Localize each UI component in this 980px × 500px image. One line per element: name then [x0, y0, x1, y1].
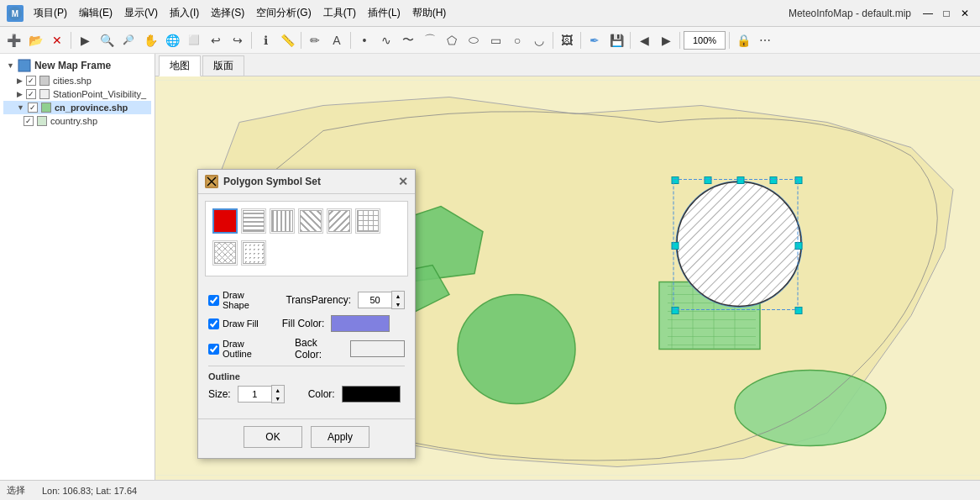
layer-item-province[interactable]: ▼ ✓ cn_province.shp — [3, 101, 151, 114]
size-input[interactable] — [238, 386, 271, 403]
pan-button[interactable]: ✋ — [140, 30, 160, 50]
expand-province: ▼ — [17, 103, 24, 112]
size-up[interactable]: ▲ — [272, 386, 284, 394]
next-page[interactable]: ▶ — [656, 30, 676, 50]
layer-item-country[interactable]: ✓ country.shp — [3, 114, 151, 128]
status-coordinates: Lon: 106.83; Lat: 17.64 — [42, 486, 137, 496]
penta-tool[interactable]: ⬠ — [442, 30, 462, 50]
rect-tool[interactable]: ▭ — [485, 30, 506, 50]
menu-project[interactable]: 项目(P) — [29, 4, 72, 22]
line-tool[interactable]: ∿ — [376, 30, 396, 50]
outline-color-swatch[interactable] — [342, 386, 401, 403]
symbol-crosshatch[interactable] — [212, 240, 238, 266]
back-color-swatch[interactable] — [350, 340, 405, 357]
window-controls: — □ ✕ — [920, 5, 973, 22]
more-button[interactable]: ⋯ — [755, 30, 775, 50]
back-color-label: Back Color: — [295, 337, 343, 361]
maximize-button[interactable]: □ — [938, 5, 955, 22]
transparency-input[interactable] — [358, 292, 391, 308]
curve-tool[interactable]: ◡ — [529, 30, 549, 50]
expand-icon: ▼ — [7, 61, 14, 70]
draw-outline-checkbox-label[interactable]: Draw Outline — [208, 339, 271, 359]
label-button[interactable]: A — [327, 30, 347, 50]
layer-item-cities[interactable]: ▶ ✓ cities.shp — [3, 74, 151, 87]
symbol-vlines[interactable] — [270, 208, 295, 234]
close-file-button[interactable]: ✕ — [47, 30, 67, 50]
tab-layout[interactable]: 版面 — [202, 55, 244, 76]
draw-fill-checkbox-label[interactable]: Draw Fill — [208, 318, 259, 329]
point-tool[interactable]: • — [354, 30, 375, 50]
svg-rect-15 — [672, 177, 679, 184]
fill-color-label: Fill Color: — [282, 318, 325, 329]
draw-outline-checkbox[interactable] — [208, 344, 219, 355]
menu-spatial[interactable]: 空间分析(G) — [251, 4, 316, 22]
checkbox-cities[interactable]: ✓ — [26, 76, 36, 86]
layer-icon-country — [37, 116, 47, 126]
transparency-down[interactable]: ▼ — [392, 300, 404, 308]
main-area: ▼ New Map Frame ▶ ✓ cities.shp ▶ ✓ Stati… — [0, 54, 980, 480]
prev-page[interactable]: ◀ — [634, 30, 654, 50]
draw-shape-checkbox[interactable] — [208, 295, 219, 306]
symbol-dots[interactable] — [241, 240, 266, 266]
svg-point-9 — [735, 371, 886, 446]
open-button[interactable]: 📂 — [25, 30, 45, 50]
draw-fill-checkbox[interactable] — [208, 318, 219, 329]
menu-view[interactable]: 显示(V) — [119, 4, 163, 22]
layer-item-station[interactable]: ▶ ✓ StationPoint_Visibility_ — [3, 87, 151, 101]
measure-button[interactable]: 📏 — [277, 30, 297, 50]
transparency-up[interactable]: ▲ — [392, 292, 404, 300]
symbol-grid[interactable] — [355, 208, 380, 234]
size-arrows: ▲ ▼ — [271, 385, 285, 403]
dialog-title-text: Polygon Symbol Set — [223, 176, 321, 187]
draw-button[interactable]: ✏ — [305, 30, 325, 50]
checkbox-province[interactable]: ✓ — [28, 103, 38, 113]
dialog-close-button[interactable]: ✕ — [398, 175, 408, 188]
expand-cities: ▶ — [17, 76, 23, 85]
menu-tools[interactable]: 工具(T) — [318, 4, 361, 22]
map-canvas[interactable]: Polygon Symbol Set ✕ — [155, 76, 980, 479]
checkbox-station[interactable]: ✓ — [26, 89, 36, 99]
status-mode: 选择 — [7, 484, 25, 497]
ellipse-tool[interactable]: ⬭ — [464, 30, 484, 50]
wave-tool[interactable]: 〜 — [398, 30, 418, 50]
close-button[interactable]: ✕ — [956, 5, 973, 22]
zoom-in-button[interactable]: 🔍 — [97, 30, 117, 50]
symbol-diag1[interactable] — [298, 208, 323, 234]
menu-help[interactable]: 帮助(H) — [407, 4, 452, 22]
new-button[interactable]: ➕ — [3, 30, 24, 50]
menu-plugins[interactable]: 插件(L) — [363, 4, 406, 22]
image-button[interactable]: 🖼 — [557, 30, 577, 50]
checkbox-country[interactable]: ✓ — [24, 116, 34, 126]
redo-button[interactable]: ↪ — [228, 30, 248, 50]
map-frame-header[interactable]: ▼ New Map Frame — [3, 57, 151, 74]
poly-tool[interactable]: ⌒ — [420, 30, 440, 50]
symbol-solid[interactable] — [212, 208, 238, 234]
draw-shape-checkbox-label[interactable]: Draw Shape — [208, 290, 262, 310]
minimize-button[interactable]: — — [920, 5, 936, 22]
apply-button[interactable]: Apply — [311, 426, 369, 448]
dialog-title-bar[interactable]: Polygon Symbol Set ✕ — [198, 170, 415, 194]
edit-tool[interactable]: ✒ — [584, 30, 605, 50]
lock-button[interactable]: 🔒 — [733, 30, 753, 50]
globe-button[interactable]: 🌐 — [162, 30, 182, 50]
circle-tool[interactable]: ○ — [507, 30, 527, 50]
symbol-diag2[interactable] — [327, 208, 352, 234]
zoom-out-button[interactable]: 🔎 — [118, 30, 139, 50]
menu-edit[interactable]: 编辑(E) — [74, 4, 118, 22]
symbol-hlines[interactable] — [241, 208, 266, 234]
select-button[interactable]: ▶ — [75, 30, 95, 50]
fill-color-swatch[interactable] — [331, 315, 390, 332]
ok-button[interactable]: OK — [244, 426, 302, 448]
zoom-extent-button[interactable]: ⬜ — [184, 30, 204, 50]
info-button[interactable]: ℹ — [255, 30, 275, 50]
tab-map[interactable]: 地图 — [159, 55, 201, 76]
undo-button[interactable]: ↩ — [206, 30, 226, 50]
map-container: 地图 版面 — [155, 54, 980, 480]
menu-select[interactable]: 选择(S) — [206, 4, 249, 22]
save-button[interactable]: 💾 — [606, 30, 626, 50]
zoom-input[interactable] — [684, 31, 726, 50]
map-tabs: 地图 版面 — [155, 54, 980, 76]
size-down[interactable]: ▼ — [272, 394, 284, 403]
map-frame-label: New Map Frame — [34, 60, 111, 71]
menu-insert[interactable]: 插入(I) — [165, 4, 204, 22]
